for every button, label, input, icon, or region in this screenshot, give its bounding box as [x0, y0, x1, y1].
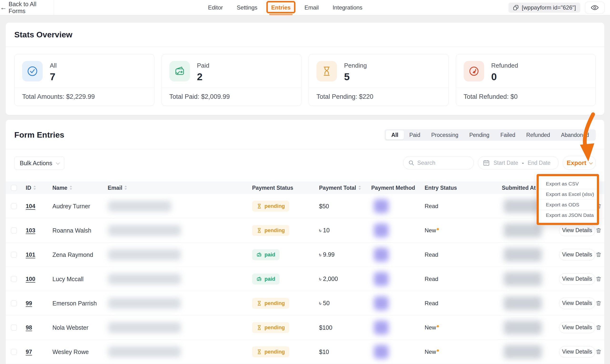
- tab-settings[interactable]: Settings: [237, 0, 258, 15]
- submitted-at-redacted-blur: [504, 345, 542, 359]
- sort-icon: [69, 186, 72, 190]
- row-checkbox[interactable]: [11, 325, 17, 330]
- view-details-button[interactable]: View Details: [559, 249, 595, 260]
- filter-processing[interactable]: Processing: [426, 130, 464, 140]
- filter-abandoned[interactable]: Abandoned: [556, 130, 595, 140]
- view-details-button[interactable]: View Details: [559, 273, 595, 285]
- trash-icon[interactable]: [595, 300, 602, 307]
- filter-pending[interactable]: Pending: [464, 130, 495, 140]
- tab-email[interactable]: Email: [305, 0, 319, 15]
- back-to-all-forms-button[interactable]: ← Back to All Forms: [0, 0, 54, 15]
- filter-refunded[interactable]: Refunded: [521, 130, 556, 140]
- shortcode-copy-pill[interactable]: [wppayform id="626"]: [508, 3, 580, 13]
- filter-all[interactable]: All: [386, 130, 404, 140]
- stats-overview-title: Stats Overview: [14, 30, 72, 39]
- table-row: 97 Wesley Rowe pending $10 New View Deta…: [6, 340, 604, 364]
- submitted-at-redacted-blur: [504, 321, 542, 335]
- filter-failed[interactable]: Failed: [495, 130, 521, 140]
- sort-icon: [33, 186, 36, 190]
- payment-status-badge: paid: [252, 273, 280, 285]
- entry-status: New: [425, 227, 439, 234]
- end-date-placeholder[interactable]: End Date: [528, 160, 550, 166]
- trash-icon[interactable]: [595, 349, 602, 355]
- menu-item-export-json[interactable]: Export as JSON Data: [539, 210, 597, 221]
- payment-method-redacted-blur: [374, 345, 389, 359]
- hourglass-icon: [256, 349, 262, 355]
- entry-id-link[interactable]: 98: [26, 324, 32, 331]
- filter-paid[interactable]: Paid: [404, 130, 426, 140]
- entry-status: Read: [425, 300, 438, 307]
- email-redacted-blur: [108, 273, 181, 285]
- view-details-button[interactable]: View Details: [559, 322, 595, 333]
- export-dropdown-annotation-box: Export as CSV Export as Excel (xlsv) Exp…: [537, 174, 599, 225]
- search-input[interactable]: [417, 159, 465, 166]
- trash-icon[interactable]: [595, 227, 602, 234]
- submitted-at-redacted-blur: [504, 223, 542, 237]
- entry-id-link[interactable]: 104: [26, 203, 35, 209]
- stats-cards-row: All 7 Total Amounts: $2,229.99 Paid 2 To…: [6, 47, 604, 106]
- column-header-payment-status: Payment Status: [252, 184, 293, 191]
- stat-label: All: [50, 62, 57, 69]
- row-checkbox[interactable]: [11, 349, 17, 355]
- sort-icon: [358, 186, 361, 190]
- column-header-name[interactable]: Name: [53, 184, 72, 191]
- row-checkbox[interactable]: [11, 276, 17, 282]
- stat-count: 5: [344, 71, 367, 83]
- entry-name: Lucy Mccall: [53, 275, 84, 282]
- trash-icon[interactable]: [595, 324, 602, 331]
- view-details-button[interactable]: View Details: [559, 298, 595, 309]
- hourglass-icon: [256, 325, 262, 330]
- start-date-placeholder[interactable]: Start Date: [493, 160, 518, 166]
- stat-card-pending: Pending 5 Total Pending: $220: [309, 54, 449, 106]
- stat-label: Paid: [197, 62, 209, 69]
- tab-integrations[interactable]: Integrations: [333, 0, 362, 15]
- entry-id-link[interactable]: 97: [26, 349, 32, 355]
- table-row: 99 Emerson Parrish pending ৳ 50 Read Vie…: [6, 291, 604, 315]
- hourglass-icon: [256, 203, 262, 209]
- menu-item-export-ods[interactable]: Export as ODS: [539, 199, 597, 210]
- row-checkbox[interactable]: [11, 227, 17, 233]
- view-details-button[interactable]: View Details: [559, 225, 595, 236]
- payment-method-redacted-blur: [374, 296, 389, 310]
- menu-item-export-excel[interactable]: Export as Excel (xlsv): [539, 189, 597, 199]
- tab-entries[interactable]: Entries: [271, 0, 290, 15]
- left-arrow-icon: ←: [0, 4, 7, 11]
- view-details-button[interactable]: View Details: [559, 346, 595, 358]
- entry-id-link[interactable]: 101: [26, 251, 35, 258]
- export-button[interactable]: Export: [563, 156, 596, 170]
- column-header-email[interactable]: Email: [108, 184, 127, 191]
- menu-item-export-csv[interactable]: Export as CSV: [539, 179, 597, 189]
- chevron-down-icon: [56, 161, 60, 165]
- payment-total: ৳ 9.99: [319, 251, 335, 258]
- preview-button[interactable]: [585, 2, 605, 13]
- row-checkbox[interactable]: [11, 300, 17, 306]
- row-checkbox[interactable]: [11, 203, 17, 209]
- stat-card-refunded: Refunded 0 Total Refunded: $0: [456, 54, 596, 106]
- payment-status-badge: pending: [252, 225, 289, 236]
- entry-id-link[interactable]: 103: [26, 227, 35, 234]
- new-entry-dot: [437, 350, 439, 352]
- bulk-actions-select[interactable]: Bulk Actions: [14, 156, 64, 170]
- column-header-id[interactable]: ID: [26, 184, 36, 191]
- entry-id-link[interactable]: 100: [26, 276, 35, 282]
- hourglass-icon: [316, 61, 337, 81]
- entry-name: Audrey Turner: [53, 203, 90, 209]
- trash-icon[interactable]: [595, 276, 602, 282]
- trash-icon[interactable]: [595, 251, 602, 258]
- back-label: Back to All Forms: [9, 1, 54, 14]
- entry-id-link[interactable]: 99: [26, 300, 32, 306]
- email-redacted-blur: [108, 201, 171, 212]
- search-box: [403, 156, 474, 169]
- select-all-checkbox[interactable]: [11, 185, 17, 191]
- entry-status: Read: [425, 203, 438, 209]
- row-checkbox[interactable]: [11, 252, 17, 258]
- form-entries-card: Form Entries All Paid Processing Pending…: [6, 120, 604, 364]
- payment-status-badge: pending: [252, 346, 289, 357]
- column-header-payment-total[interactable]: Payment Total: [319, 184, 361, 191]
- date-range-picker[interactable]: Start Date - End Date: [478, 156, 558, 169]
- payment-total: ৳ 2,000: [319, 275, 338, 283]
- eye-icon: [590, 4, 599, 11]
- column-header-payment-method: Payment Method: [371, 184, 415, 191]
- tab-editor[interactable]: Editor: [208, 0, 223, 15]
- entry-status: Read: [425, 276, 438, 282]
